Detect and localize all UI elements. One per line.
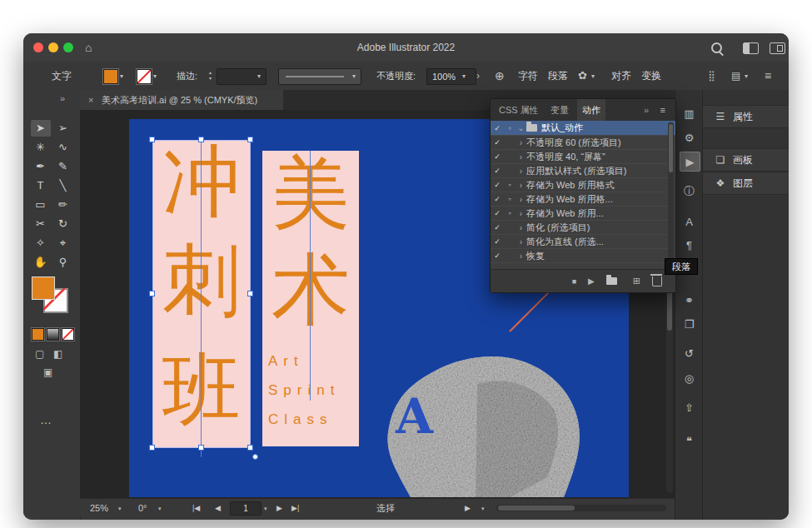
rotate-tool[interactable]: ↻ [53,216,73,232]
action-row[interactable]: ✓ › 简化 (所选项目) [491,221,675,235]
dialog-toggle-icon[interactable]: ▫ [504,124,516,132]
dots-grid-icon[interactable]: ⣿ [708,62,715,90]
chevron-down-icon[interactable]: ▾ [120,72,123,80]
hand-tool[interactable]: ✋ [31,254,51,271]
chevron-down-icon[interactable]: ▾ [264,506,267,512]
new-action-icon[interactable]: ⊞ [633,276,640,286]
stop-icon[interactable]: ■ [572,277,576,286]
character-panel-icon[interactable]: A [680,212,699,231]
chevron-up-icon[interactable]: ▴ [207,70,214,76]
play-icon[interactable]: ▶ [465,499,471,517]
close-icon[interactable]: × [88,90,93,110]
fill-color-swatch[interactable] [103,69,118,84]
tab-actions[interactable]: 动作 [577,99,605,121]
selection-handle[interactable] [247,137,253,142]
opacity-field[interactable]: 100% [426,68,476,85]
first-artboard-icon[interactable]: |◀ [192,499,200,517]
check-icon[interactable]: ✓ [491,237,504,246]
document-tab[interactable]: × 美术高考培训.ai @ 25 % (CMYK/预览) [80,90,283,110]
align-button[interactable]: 对齐 [611,62,631,90]
line-segment-tool[interactable]: ╲ [53,177,73,194]
disclosure-icon[interactable]: › [516,223,526,232]
artboard-number-field[interactable]: 1 [230,501,262,516]
chevron-down-icon[interactable]: ▾ [257,72,261,80]
disclosure-icon[interactable]: › [516,195,526,204]
window-mode-icon[interactable] [770,42,785,54]
check-icon[interactable]: ✓ [491,152,504,161]
chevron-down-icon[interactable]: ▾ [745,72,748,80]
action-row[interactable]: ✓ › 不透明度 60 (所选项目) [491,136,675,150]
more-tools-icon[interactable]: … [40,413,52,426]
settings-panel-icon[interactable]: ◎ [680,369,699,387]
transform-button[interactable]: 变换 [641,62,661,90]
action-row[interactable]: ✓ › 恢复 [491,249,675,263]
disclosure-icon[interactable]: › [516,237,526,247]
selection-handle[interactable] [198,445,204,451]
chevron-down-icon[interactable]: ▾ [481,506,485,512]
style-icon[interactable]: ✿ [578,62,587,90]
disclosure-icon[interactable]: › [516,167,526,176]
type-tool[interactable]: T [31,177,51,194]
graph-panel-icon[interactable]: ▥ [680,104,699,122]
dialog-toggle-icon[interactable]: ▫ [504,195,516,203]
none-mode-button[interactable] [62,328,74,341]
link-panel-icon[interactable]: ⚭ [680,291,699,309]
disclosure-icon[interactable]: › [516,209,526,218]
selection-handle[interactable] [247,445,253,451]
info-panel-icon[interactable]: ⓘ [680,182,699,201]
tab-css-properties[interactable]: CSS 属性 [494,99,544,121]
globe-icon[interactable]: ⊕ [495,62,505,90]
direct-selection-tool[interactable]: ➢ [53,120,73,137]
search-icon[interactable] [711,42,722,53]
rectangle-tool[interactable]: ▭ [31,197,51,213]
history-panel-icon[interactable]: ↺ [680,344,699,362]
magic-wand-tool[interactable]: ✳ [31,139,51,156]
lasso-tool[interactable]: ∿ [53,139,73,156]
selection-handle[interactable] [149,291,155,296]
last-artboard-icon[interactable]: ▶| [291,499,299,517]
check-icon[interactable]: ✓ [491,124,504,132]
stroke-weight-stepper[interactable]: ▴ ▾ [207,68,214,83]
chevron-down-icon[interactable]: ▾ [462,72,466,80]
pen-tool[interactable]: ✒ [31,158,51,175]
paintbrush-tool[interactable]: ✏ [53,197,73,213]
check-icon[interactable]: ✓ [491,223,504,232]
panel-scrollbar[interactable] [668,122,674,266]
chevron-down-icon[interactable]: ▾ [591,72,595,80]
selection-tool[interactable]: ➤ [31,120,51,137]
next-artboard-icon[interactable]: ▶ [276,499,282,517]
panel-button-properties[interactable]: ☰ 属性 [703,105,789,128]
chevron-down-icon[interactable]: ▾ [153,72,157,80]
chevron-down-icon[interactable]: ▾ [118,506,122,512]
chevron-down-icon[interactable]: ▾ [352,72,356,80]
new-set-folder-icon[interactable] [606,277,617,285]
check-icon[interactable]: ✓ [491,167,504,175]
action-row[interactable]: ✓ › 简化为直线 (所选... [491,235,675,249]
scrollbar-thumb[interactable] [498,506,575,511]
disclosure-icon[interactable]: › [516,152,526,162]
curvature-tool[interactable]: ✎ [53,158,73,175]
artboard-panel-icon[interactable]: ❐ [680,315,699,333]
rotation-value[interactable]: 0° [138,499,147,517]
chevron-down-icon[interactable]: ▾ [158,506,162,512]
selection-handle[interactable] [247,291,253,296]
trash-icon[interactable] [652,276,662,286]
paragraph-button[interactable]: 段落 [548,62,568,90]
action-row[interactable]: ✓ › 不透明度 40, “屏幕” [491,150,675,164]
gear-panel-icon[interactable]: ⚙ [680,128,699,147]
selection-handle[interactable] [149,445,155,451]
zoom-tool[interactable]: ⚲ [53,254,73,271]
stroke-color-swatch[interactable] [137,69,152,84]
panel-button-layers[interactable]: ❖ 图层 [703,172,789,195]
split-view-icon[interactable] [743,42,759,54]
panel-menu-icon[interactable]: ≡ [655,99,670,121]
dialog-toggle-icon[interactable]: ▫ [504,181,516,189]
double-chevron-icon[interactable]: » [639,99,654,121]
panel-button-artboards[interactable]: ❏ 画板 [703,148,789,172]
paragraph-panel-icon[interactable]: ¶ [680,236,699,254]
check-icon[interactable]: ✓ [491,195,504,203]
zoom-level[interactable]: 25% [90,499,108,517]
chevron-down-icon[interactable]: ▾ [207,76,214,82]
screen-mode-icon[interactable]: ▣ [43,366,52,378]
disclosure-icon[interactable]: › [516,138,526,147]
